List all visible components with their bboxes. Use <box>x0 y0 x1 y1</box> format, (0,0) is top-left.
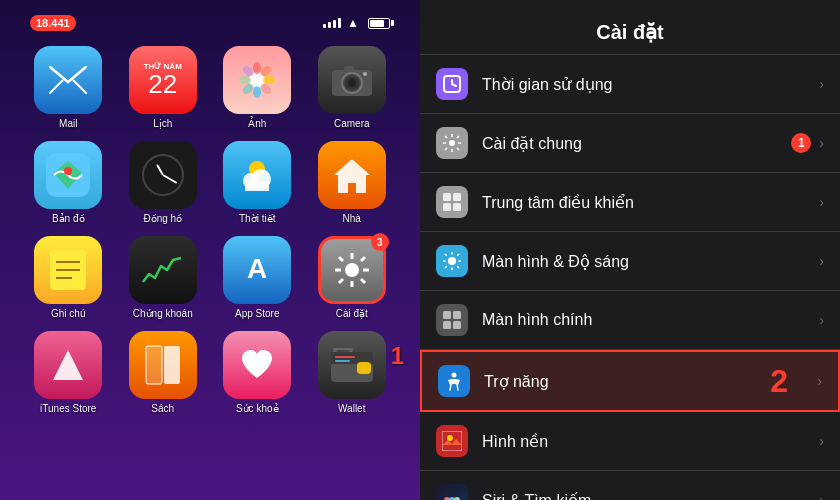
appstore-label: App Store <box>235 308 279 319</box>
app-appstore[interactable]: A App Store <box>214 236 301 319</box>
app-health[interactable]: Sức khoẻ <box>214 331 301 414</box>
chevron-icon: › <box>819 253 824 269</box>
svg-point-6 <box>239 76 251 84</box>
settings-header: Cài đặt <box>420 0 840 55</box>
svg-point-66 <box>448 257 456 265</box>
status-bar: 18.441 ▲ <box>20 10 400 36</box>
app-grid: Mail THỨ NĂM 22 Lịch <box>20 46 400 414</box>
chevron-icon: › <box>819 135 824 151</box>
siri-icon <box>436 484 468 500</box>
chevron-icon: › <box>819 433 824 449</box>
svg-line-2 <box>73 80 87 94</box>
app-books[interactable]: Sách <box>120 331 207 414</box>
chevron-icon: › <box>819 492 824 500</box>
chevron-icon: › <box>819 76 824 92</box>
chevron-icon: › <box>819 312 824 328</box>
chevron-icon: › <box>817 373 822 389</box>
controlcenter-label: Trung tâm điều khiển <box>482 193 819 212</box>
health-label: Sức khoẻ <box>236 403 279 414</box>
itunes-icon <box>34 331 102 399</box>
settings-item-controlcenter[interactable]: Trung tâm điều khiển › <box>420 173 840 232</box>
settings-label: Cài đặt <box>336 308 368 319</box>
app-mail[interactable]: Mail <box>25 46 112 129</box>
svg-point-4 <box>253 62 261 74</box>
settings-item-display[interactable]: Màn hình & Độ sáng › <box>420 232 840 291</box>
app-settings[interactable]: 3 Cài đặt <box>309 236 396 319</box>
app-photos[interactable]: Ảnh <box>214 46 301 129</box>
battery-icon <box>368 18 390 29</box>
svg-line-35 <box>339 257 343 261</box>
chevron-icon: › <box>819 194 824 210</box>
app-maps[interactable]: Bản đồ <box>25 141 112 224</box>
wallpaper-icon <box>436 425 468 457</box>
settings-item-screentime[interactable]: Thời gian sử dụng › <box>420 55 840 114</box>
svg-rect-65 <box>453 203 461 211</box>
calendar-day: 22 <box>148 71 177 97</box>
homescreen-icon <box>436 304 468 336</box>
clock-label: Đồng hồ <box>143 213 182 224</box>
step-number-1: 1 <box>391 342 404 370</box>
svg-point-19 <box>64 167 72 175</box>
settings-icon-app: 3 <box>318 236 386 304</box>
app-weather[interactable]: Thời tiết <box>214 141 301 224</box>
svg-rect-23 <box>245 181 269 191</box>
stocks-label: Chứng khoán <box>133 308 193 319</box>
svg-line-80 <box>450 384 451 390</box>
controlcenter-icon <box>436 186 468 218</box>
svg-point-7 <box>263 76 275 84</box>
accessibility-label: Trợ năng <box>484 372 817 391</box>
svg-line-71 <box>445 254 447 256</box>
itunes-label: iTunes Store <box>40 403 96 414</box>
weather-icon <box>223 141 291 209</box>
notes-icon <box>34 236 102 304</box>
svg-rect-40 <box>146 346 162 384</box>
app-clock[interactable]: Đồng hồ <box>120 141 207 224</box>
display-label: Màn hình & Độ sáng <box>482 252 819 271</box>
svg-line-58 <box>445 136 447 138</box>
camera-label: Camera <box>334 118 370 129</box>
app-home[interactable]: Nhà <box>309 141 396 224</box>
settings-item-accessibility[interactable]: Trợ năng 2 › <box>420 350 840 412</box>
general-icon <box>436 127 468 159</box>
homescreen-label: Màn hình chính <box>482 311 819 329</box>
svg-rect-77 <box>443 321 451 329</box>
general-label: Cài đặt chung <box>482 134 791 153</box>
health-icon <box>223 331 291 399</box>
svg-rect-48 <box>335 356 355 358</box>
svg-line-72 <box>457 266 459 268</box>
app-wallet[interactable]: Wallet <box>309 331 396 414</box>
svg-rect-62 <box>443 193 451 201</box>
svg-line-1 <box>49 80 63 94</box>
settings-badge: 3 <box>371 233 389 251</box>
svg-rect-63 <box>453 193 461 201</box>
settings-item-wallpaper[interactable]: Hình nền › <box>420 412 840 471</box>
books-label: Sách <box>151 403 174 414</box>
app-camera[interactable]: Camera <box>309 46 396 129</box>
svg-line-60 <box>457 136 459 138</box>
svg-line-81 <box>457 384 458 390</box>
notification-badge: 18.441 <box>30 15 76 31</box>
home-label: Nhà <box>343 213 361 224</box>
app-itunes[interactable]: iTunes Store <box>25 331 112 414</box>
maps-icon <box>34 141 102 209</box>
svg-marker-39 <box>53 350 83 380</box>
app-calendar[interactable]: THỨ NĂM 22 Lịch <box>120 46 207 129</box>
app-stocks[interactable]: Chứng khoán <box>120 236 207 319</box>
settings-panel: Cài đặt Thời gian sử dụng › Cài đặt chun… <box>420 0 840 500</box>
calendar-label: Lịch <box>153 118 172 129</box>
settings-item-general[interactable]: Cài đặt chung 1 › <box>420 114 840 173</box>
svg-point-5 <box>253 86 261 98</box>
settings-item-siri[interactable]: Siri & Tìm kiếm › <box>420 471 840 500</box>
step-number-2: 2 <box>770 363 788 400</box>
svg-rect-83 <box>442 431 462 451</box>
settings-item-homescreen[interactable]: Màn hình chính › <box>420 291 840 350</box>
wallet-icon <box>318 331 386 399</box>
svg-rect-44 <box>357 362 371 374</box>
settings-title: Cài đặt <box>596 21 664 43</box>
app-notes[interactable]: Ghi chú <box>25 236 112 319</box>
screentime-label: Thời gian sử dụng <box>482 75 819 94</box>
settings-list: Thời gian sử dụng › Cài đặt chung 1 › Tr… <box>420 55 840 500</box>
svg-rect-49 <box>335 360 350 362</box>
svg-point-30 <box>345 263 359 277</box>
wallpaper-label: Hình nền <box>482 432 819 451</box>
